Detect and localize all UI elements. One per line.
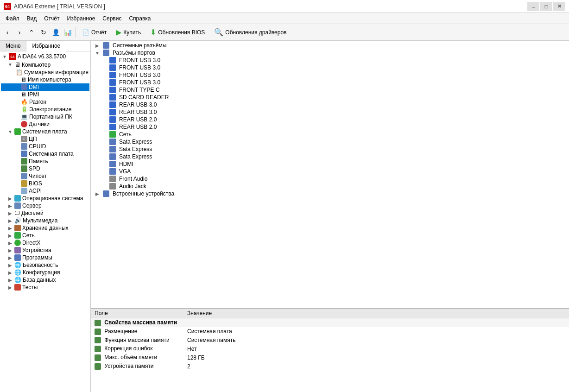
tree-item-config[interactable]: ▶ 🌐 Конфигурация bbox=[1, 269, 89, 276]
icon-acpi bbox=[21, 188, 27, 194]
report-icon: 📄 bbox=[82, 29, 89, 36]
ct-item-network[interactable]: Сеть bbox=[92, 131, 568, 138]
tree-item-motherboard[interactable]: ▼ Системная плата bbox=[1, 128, 89, 135]
icon-tests bbox=[14, 284, 21, 291]
maximize-button[interactable]: □ bbox=[540, 2, 552, 11]
tree-item-storage[interactable]: ▶ Хранение данных bbox=[1, 224, 89, 232]
ct-item-hdmi[interactable]: HDMI bbox=[92, 160, 568, 168]
tree-item-ipmi[interactable]: 🖥 IPMI bbox=[1, 91, 89, 98]
ct-item-front-typec[interactable]: FRONT TYPE C bbox=[92, 86, 568, 94]
forward-button[interactable]: › bbox=[14, 27, 25, 38]
tree-item-spd[interactable]: SPD bbox=[1, 165, 89, 172]
report-button[interactable]: 📄 Отчёт bbox=[78, 27, 111, 38]
arrow-network: ▶ bbox=[7, 233, 13, 238]
ct-item-sata-3[interactable]: Sata Express bbox=[92, 153, 568, 160]
tree-item-server[interactable]: ▶ Сервер bbox=[1, 202, 89, 209]
menu-file[interactable]: Файл bbox=[2, 14, 23, 23]
ct-item-vga[interactable]: VGA bbox=[92, 168, 568, 175]
ct-item-front-usb-2[interactable]: FRONT USB 3.0 bbox=[92, 64, 568, 71]
tree-item-bios[interactable]: BIOS bbox=[1, 180, 89, 187]
field-ecc: Коррекция ошибок bbox=[91, 344, 183, 353]
value-placement: Системная плата bbox=[183, 327, 569, 336]
menu-service[interactable]: Сервис bbox=[99, 14, 125, 23]
up-button[interactable]: ⌃ bbox=[26, 27, 37, 38]
icon-placement bbox=[95, 329, 101, 335]
tree-item-security[interactable]: ▶ 🌐 Безопасность bbox=[1, 261, 89, 269]
tree-item-dmi[interactable]: DMI bbox=[1, 83, 89, 91]
refresh-button[interactable]: ↻ bbox=[38, 27, 49, 38]
ct-icon-port-connectors bbox=[103, 50, 109, 56]
tree-item-devices[interactable]: ▶ Устройства bbox=[1, 247, 89, 254]
ct-item-sata-1[interactable]: Sata Express bbox=[92, 138, 568, 145]
favorite-button[interactable]: 👤 bbox=[50, 27, 61, 38]
ct-item-rear-usb30-1[interactable]: REAR USB 3.0 bbox=[92, 101, 568, 108]
tree-item-memory[interactable]: Память bbox=[1, 158, 89, 165]
ct-item-audio-jack[interactable]: Audio Jack bbox=[92, 183, 568, 190]
tab-favorites[interactable]: Избранное bbox=[26, 41, 66, 51]
icon-sensors bbox=[21, 121, 27, 127]
tree-item-programs[interactable]: ▶ Программы bbox=[1, 254, 89, 261]
section-title: Свойства массива памяти bbox=[91, 318, 569, 327]
ct-item-front-usb-3[interactable]: FRONT USB 3.0 bbox=[92, 71, 568, 79]
menu-help[interactable]: Справка bbox=[125, 14, 154, 23]
ct-label-hdmi: HDMI bbox=[119, 161, 133, 167]
ct-item-front-usb-4[interactable]: FRONT USB 3.0 bbox=[92, 79, 568, 86]
menu-view[interactable]: Вид bbox=[23, 14, 41, 23]
tree-item-compname[interactable]: 🖥 Имя компьютера bbox=[1, 76, 89, 83]
tree-item-display[interactable]: ▶ 🖵 Дисплей bbox=[1, 209, 89, 217]
arrow-security: ▶ bbox=[7, 263, 13, 268]
ct-item-front-audio[interactable]: Front Audio bbox=[92, 175, 568, 183]
tree-item-power[interactable]: 🔋 Электропитание bbox=[1, 106, 89, 113]
tree-item-database[interactable]: ▶ 🌐 База данных bbox=[1, 276, 89, 284]
tree-item-cpuid[interactable]: CPUID bbox=[1, 143, 89, 150]
arrow-storage: ▶ bbox=[7, 226, 13, 231]
tree-item-chipset[interactable]: Чипсет bbox=[1, 172, 89, 180]
label-cpuid: CPUID bbox=[29, 143, 46, 150]
ct-item-rear-usb20-2[interactable]: REAR USB 2.0 bbox=[92, 123, 568, 131]
tree-item-sensors[interactable]: Датчики bbox=[1, 120, 89, 128]
ct-item-front-usb-1[interactable]: FRONT USB 3.0 bbox=[92, 57, 568, 64]
tree-item-os[interactable]: ▶ Операционная система bbox=[1, 195, 89, 202]
buy-button[interactable]: ▶ Купить bbox=[112, 26, 145, 38]
arrow-directx: ▶ bbox=[7, 240, 13, 246]
tree-item-sys-board[interactable]: Системная плата bbox=[1, 150, 89, 158]
back-button[interactable]: ‹ bbox=[2, 27, 13, 38]
ct-label-sata-3: Sata Express bbox=[119, 153, 152, 160]
tab-menu[interactable]: Меню bbox=[0, 41, 26, 51]
menu-favorites[interactable]: Избранное bbox=[63, 14, 99, 23]
ct-item-sd-reader[interactable]: SD CARD READER bbox=[92, 94, 568, 101]
drivers-update-button[interactable]: 🔍 Обновления драйверов bbox=[210, 26, 291, 38]
tree-item-computer[interactable]: ▼ 🖥 Компьютер bbox=[1, 61, 89, 69]
menu-report[interactable]: Отчёт bbox=[40, 14, 63, 23]
ct-item-rear-usb30-2[interactable]: REAR USB 3.0 bbox=[92, 108, 568, 116]
icon-os bbox=[14, 195, 21, 202]
ct-item-port-connectors[interactable]: ▼ Разъёмы портов bbox=[92, 49, 568, 57]
tree-item-tests[interactable]: ▶ Тесты bbox=[1, 284, 89, 291]
drivers-icon: 🔍 bbox=[214, 28, 223, 37]
tree-item-summary[interactable]: 📋 Суммарная информация bbox=[1, 69, 89, 76]
close-button[interactable]: ✕ bbox=[553, 2, 565, 11]
value-ecc: Нет bbox=[183, 344, 569, 353]
tree-item-portable[interactable]: 💻 Портативный ПК bbox=[1, 113, 89, 120]
tree-item-multimedia[interactable]: ▶ 🔊 Мультимедиа bbox=[1, 217, 89, 224]
icon-storage bbox=[14, 225, 21, 231]
chart-button[interactable]: 📊 bbox=[62, 27, 73, 38]
ct-item-sata-2[interactable]: Sata Express bbox=[92, 145, 568, 153]
tree-item-network[interactable]: ▶ Сеть bbox=[1, 232, 89, 239]
ct-item-builtin[interactable]: ▶ Встроенные устройства bbox=[92, 190, 568, 197]
label-motherboard: Системная плата bbox=[22, 128, 67, 135]
title-text: AIDA64 Extreme [ TRIAL VERSION ] bbox=[14, 3, 105, 10]
bios-update-button[interactable]: ⬇ Обновления BIOS bbox=[146, 26, 209, 38]
icon-compname: 🖥 bbox=[21, 76, 26, 83]
report-label: Отчёт bbox=[91, 29, 107, 36]
tree-item-acpi[interactable]: ACPI bbox=[1, 187, 89, 195]
ct-label-sys-connectors: Системные разъёмы bbox=[113, 42, 166, 49]
tree-item-overclocking[interactable]: 🔥 Разгон bbox=[1, 98, 89, 106]
ct-item-sys-connectors[interactable]: ▶ Системные разъёмы bbox=[92, 42, 568, 49]
tree-item-directx[interactable]: ▶ DirectX bbox=[1, 239, 89, 247]
tree-item-aida64[interactable]: ▼ 64 AIDA64 v6.33.5700 bbox=[1, 52, 89, 61]
tree-item-cpu[interactable]: C ЦП bbox=[1, 135, 89, 143]
ct-item-rear-usb20-1[interactable]: REAR USB 2.0 bbox=[92, 116, 568, 123]
minimize-button[interactable]: – bbox=[527, 2, 539, 11]
icon-summary: 📋 bbox=[16, 69, 23, 76]
